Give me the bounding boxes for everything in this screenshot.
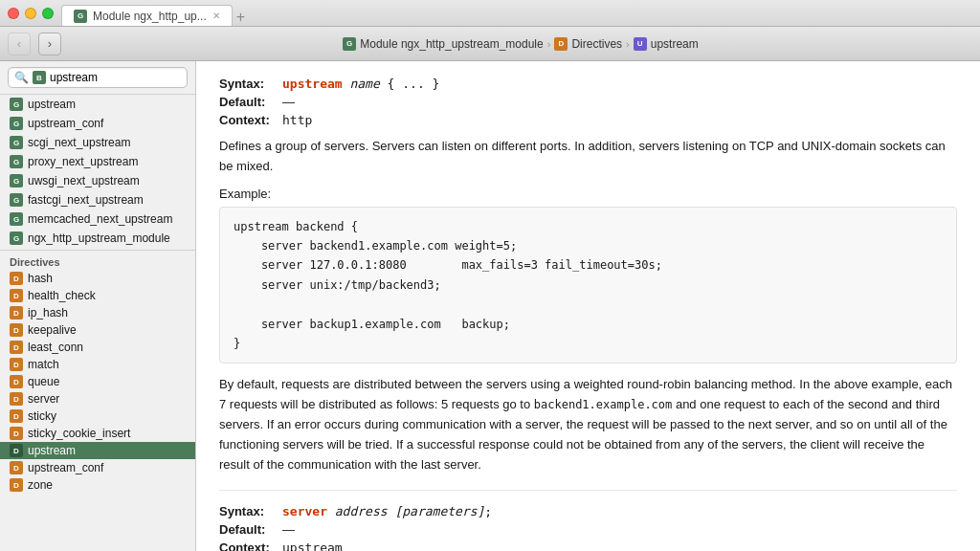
list-item-ngx-module[interactable]: G ngx_http_upstream_module [0, 229, 195, 248]
list-item-scgi[interactable]: G scgi_next_upstream [0, 133, 195, 152]
toolbar: ‹ › G Module ngx_http_upstream_module › … [0, 27, 980, 61]
syntax-code-1: upstream name { ... } [282, 77, 439, 91]
dir-label-keepalive: keepalive [28, 323, 77, 337]
context-label-1: Context: [219, 113, 277, 127]
dir-label-queue: queue [28, 375, 59, 388]
dir-label-upstream-conf: upstream_conf [28, 461, 103, 474]
syntax-code-2: server address [parameters]; [282, 504, 492, 518]
context-label-2: Context: [219, 540, 277, 551]
directive-zone[interactable]: D zone [0, 476, 195, 494]
new-tab-button[interactable]: + [236, 9, 245, 26]
directive-match[interactable]: D match [0, 356, 195, 373]
syntax-line-1: Syntax: upstream name { ... } [219, 77, 957, 91]
description-1: Defines a group of servers. Servers can … [219, 137, 957, 177]
syntax-keyword-2: server [282, 504, 327, 518]
directive-upstream-conf[interactable]: D upstream_conf [0, 459, 195, 476]
syntax-params: [parameters] [394, 504, 484, 518]
breadcrumb-module[interactable]: Module ngx_http_upstream_module [360, 37, 543, 51]
directive-least-conn[interactable]: D least_conn [0, 339, 195, 356]
syntax-address: address [335, 504, 388, 518]
maximize-button[interactable] [42, 8, 54, 19]
item-icon-proxy: G [10, 155, 23, 168]
module-icon: G [343, 37, 356, 51]
body-text-1: By default, requests are distributed bet… [219, 375, 957, 474]
context-line-2: Context: upstream [219, 540, 957, 551]
item-icon-uwsgi: G [10, 174, 23, 187]
item-icon-ngx-module: G [10, 231, 23, 245]
active-tab[interactable]: G Module ngx_http_up... ✕ [61, 5, 233, 26]
directive-server[interactable]: D server [0, 390, 195, 408]
item-label-uwsgi: uwsgi_next_upstream [28, 174, 140, 187]
dir-icon-zone: D [10, 478, 23, 492]
default-line-2: Default: — [219, 522, 957, 537]
forward-button[interactable]: › [38, 33, 61, 55]
example-label: Example: [219, 187, 957, 201]
default-label-1: Default: [219, 95, 277, 109]
list-item-proxy[interactable]: G proxy_next_upstream [0, 152, 195, 171]
breadcrumb-arrow-2: › [626, 38, 630, 50]
tab-icon: G [74, 10, 87, 23]
breadcrumb-upstream[interactable]: upstream [651, 37, 699, 51]
dir-label-least-conn: least_conn [28, 341, 83, 354]
list-item-upstream-conf[interactable]: G upstream_conf [0, 114, 195, 133]
item-icon-memcached: G [10, 212, 23, 226]
search-bar: 🔍 B ✕ [0, 61, 195, 95]
dir-icon-health-check: D [10, 289, 23, 302]
search-prefix-icon: B [33, 71, 46, 84]
item-label-memcached: memcached_next_upstream [28, 212, 172, 226]
dir-icon-ip-hash: D [10, 306, 23, 320]
item-label-proxy: proxy_next_upstream [28, 155, 138, 168]
dir-icon-keepalive: D [10, 323, 23, 337]
directive-queue[interactable]: D queue [0, 373, 195, 390]
breadcrumb-directives[interactable]: Directives [571, 37, 622, 51]
search-prefix: B [33, 71, 46, 84]
directives-section-label: Directives [0, 250, 195, 270]
content-area: Syntax: upstream name { ... } Default: —… [196, 61, 980, 551]
list-item-memcached[interactable]: G memcached_next_upstream [0, 209, 195, 229]
directives-icon: D [554, 37, 568, 51]
item-icon-upstream: G [10, 98, 23, 111]
main-layout: 🔍 B ✕ G upstream G upstream_conf [0, 61, 980, 551]
item-label-upstream-conf: upstream_conf [28, 117, 103, 130]
dir-icon-upstream-conf: D [10, 461, 23, 474]
context-line-1: Context: http [219, 113, 957, 127]
dir-label-sticky: sticky [28, 409, 56, 423]
directive-hash[interactable]: D hash [0, 270, 195, 287]
upstream-section: Syntax: upstream name { ... } Default: —… [219, 77, 957, 474]
close-button[interactable] [8, 8, 19, 19]
default-value-1: — [282, 95, 295, 109]
code-block-1: upstream backend { server backend1.examp… [219, 207, 957, 364]
item-label-scgi: scgi_next_upstream [28, 136, 130, 149]
back-button[interactable]: ‹ [8, 33, 31, 55]
syntax-label-2: Syntax: [219, 504, 277, 518]
forward-icon: › [48, 36, 52, 51]
tab-label: Module ngx_http_up... [93, 10, 207, 23]
directive-keepalive[interactable]: D keepalive [0, 321, 195, 339]
dir-icon-match: D [10, 358, 23, 371]
directive-ip-hash[interactable]: D ip_hash [0, 304, 195, 321]
dir-icon-hash: D [10, 272, 23, 285]
breadcrumb: G Module ngx_http_upstream_module › D Di… [69, 37, 972, 51]
item-icon-upstream-conf: G [10, 117, 23, 130]
back-icon: ‹ [17, 36, 21, 51]
search-input[interactable] [50, 71, 193, 84]
context-value-1: http [282, 113, 312, 127]
syntax-keyword-1: upstream [282, 77, 343, 91]
dir-icon-queue: D [10, 375, 23, 388]
prefix-letter: B [36, 74, 42, 82]
list-item-upstream[interactable]: G upstream [0, 95, 195, 114]
server-section: Syntax: server address [parameters]; Def… [219, 504, 957, 551]
syntax-line-2: Syntax: server address [parameters]; [219, 504, 957, 518]
dir-label-hash: hash [28, 272, 53, 285]
list-item-fastcgi[interactable]: G fastcgi_next_upstream [0, 190, 195, 209]
directive-sticky[interactable]: D sticky [0, 408, 195, 425]
directive-health-check[interactable]: D health_check [0, 287, 195, 304]
minimize-button[interactable] [25, 8, 36, 19]
search-icon: 🔍 [14, 71, 29, 84]
directive-upstream[interactable]: D upstream [0, 442, 195, 459]
tab-close-icon[interactable]: ✕ [212, 11, 220, 21]
list-item-uwsgi[interactable]: G uwsgi_next_upstream [0, 171, 195, 190]
directive-sticky-cookie[interactable]: D sticky_cookie_insert [0, 425, 195, 442]
item-icon-scgi: G [10, 136, 23, 149]
upstream-icon: U [634, 37, 647, 51]
